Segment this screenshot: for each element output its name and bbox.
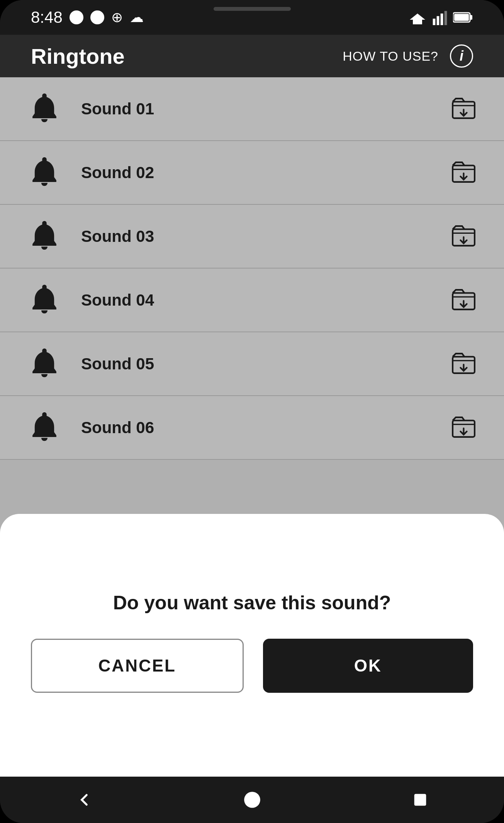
bell-icon bbox=[27, 347, 62, 381]
status-dot2-icon bbox=[90, 10, 104, 24]
info-icon[interactable]: i bbox=[450, 44, 473, 68]
status-right bbox=[408, 10, 473, 25]
status-left: 8:48 ⊕ ☁ bbox=[31, 8, 144, 27]
status-time: 8:48 bbox=[31, 8, 63, 27]
cancel-button[interactable]: CANCEL bbox=[31, 639, 244, 693]
svg-rect-14 bbox=[414, 794, 426, 806]
bell-icon bbox=[27, 410, 62, 445]
list-item[interactable]: Sound 03 bbox=[0, 205, 504, 269]
svg-rect-2 bbox=[441, 14, 443, 25]
content-area: Sound 01 Sound 02 bbox=[0, 77, 504, 777]
svg-rect-1 bbox=[437, 16, 440, 25]
bell-icon bbox=[27, 155, 62, 190]
sound-name: Sound 04 bbox=[81, 291, 450, 309]
status-cloud-icon: ☁ bbox=[130, 9, 144, 26]
svg-point-13 bbox=[244, 792, 260, 808]
bottom-nav bbox=[0, 777, 504, 823]
status-at-icon: ⊕ bbox=[111, 9, 123, 26]
back-button[interactable] bbox=[69, 784, 100, 815]
how-to-use-button[interactable]: HOW TO USE? bbox=[343, 49, 438, 64]
top-bar-right[interactable]: HOW TO USE? i bbox=[343, 44, 473, 68]
list-item[interactable]: Sound 04 bbox=[0, 269, 504, 332]
svg-rect-0 bbox=[433, 19, 436, 25]
sound-name: Sound 02 bbox=[81, 163, 450, 182]
status-bar: 8:48 ⊕ ☁ bbox=[0, 0, 504, 35]
dialog: Do you want save this sound? CANCEL OK bbox=[0, 514, 504, 777]
list-item[interactable]: Sound 02 bbox=[0, 141, 504, 205]
download-folder-icon[interactable] bbox=[450, 287, 477, 314]
bell-icon bbox=[27, 219, 62, 254]
list-item[interactable]: Sound 06 bbox=[0, 396, 504, 460]
list-item[interactable]: Sound 01 bbox=[0, 77, 504, 141]
dialog-title: Do you want save this sound? bbox=[113, 590, 391, 616]
page-title: Ringtone bbox=[31, 44, 125, 69]
home-button[interactable] bbox=[237, 784, 268, 815]
signal-icon bbox=[432, 10, 448, 25]
svg-rect-5 bbox=[470, 15, 472, 20]
bell-icon bbox=[27, 92, 62, 126]
wifi-icon bbox=[408, 10, 427, 24]
top-bar: Ringtone HOW TO USE? i bbox=[0, 35, 504, 77]
download-folder-icon[interactable] bbox=[450, 223, 477, 250]
download-folder-icon[interactable] bbox=[450, 350, 477, 377]
svg-rect-3 bbox=[445, 11, 447, 25]
download-folder-icon[interactable] bbox=[450, 414, 477, 441]
bell-icon bbox=[27, 283, 62, 318]
status-dot1-icon bbox=[70, 10, 83, 24]
sound-name: Sound 03 bbox=[81, 227, 450, 246]
download-folder-icon[interactable] bbox=[450, 159, 477, 186]
svg-rect-6 bbox=[454, 14, 469, 21]
list-item[interactable]: Sound 05 bbox=[0, 332, 504, 396]
sound-name: Sound 01 bbox=[81, 100, 450, 118]
notch bbox=[214, 7, 291, 11]
phone-frame: 8:48 ⊕ ☁ Ringtone HO bbox=[0, 0, 504, 823]
sound-name: Sound 05 bbox=[81, 355, 450, 373]
sound-name: Sound 06 bbox=[81, 418, 450, 437]
dialog-buttons: CANCEL OK bbox=[31, 639, 473, 693]
recents-button[interactable] bbox=[405, 784, 436, 815]
download-folder-icon[interactable] bbox=[450, 95, 477, 122]
ok-button[interactable]: OK bbox=[263, 639, 473, 693]
battery-icon bbox=[453, 11, 473, 24]
